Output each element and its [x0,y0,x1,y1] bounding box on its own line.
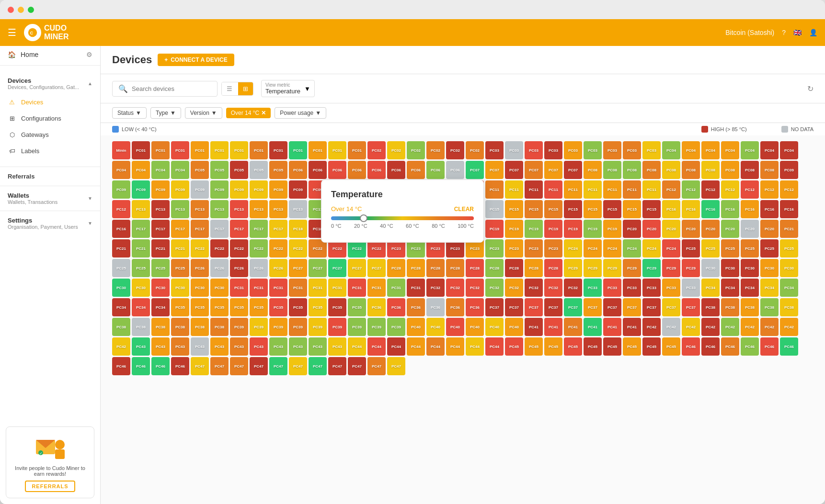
device-card[interactable]: PC47 [210,357,229,375]
device-card[interactable]: PC44 [426,337,445,356]
device-card[interactable]: PC46 [682,337,700,356]
device-card[interactable]: PC28 [485,259,504,277]
device-card[interactable]: PC21 [171,239,189,258]
device-card[interactable]: PC28 [505,259,523,277]
device-card[interactable]: PC44 [348,337,366,356]
device-card[interactable]: PC15 [564,200,582,218]
device-card[interactable]: PC16 [741,200,759,218]
device-card[interactable]: PC13 [151,200,170,218]
device-card[interactable]: PC18 [289,220,307,238]
device-card[interactable]: PC34 [112,298,130,316]
device-card[interactable]: PC43 [230,337,248,356]
sidebar-group-devices[interactable]: Devices Devices, Configurations, Gat... … [0,73,100,94]
device-card[interactable]: PC35 [328,298,346,316]
device-card[interactable]: PC35 [348,298,366,316]
device-card[interactable]: PC31 [407,279,425,297]
device-card[interactable]: PC30 [780,259,798,277]
device-card[interactable]: PC05 [230,161,248,179]
device-card[interactable]: PC40 [426,318,445,336]
device-card[interactable]: PC21 [780,220,798,238]
device-card[interactable]: PC28 [407,259,425,277]
device-card[interactable]: PC42 [741,318,759,336]
device-card[interactable]: PC04 [682,141,700,159]
device-card[interactable]: PC47 [348,357,366,375]
device-card[interactable]: PC45 [564,337,582,356]
device-card[interactable]: PC26 [230,259,248,277]
minimize-button[interactable] [18,7,24,13]
device-card[interactable]: PC29 [623,259,641,277]
device-card[interactable]: PC15 [544,200,562,218]
device-card[interactable]: PC39 [328,318,346,336]
sidebar-item-labels[interactable]: 🏷 Labels [0,143,100,159]
device-card[interactable]: PC32 [505,279,523,297]
device-card[interactable]: PC08 [584,161,602,179]
type-filter-button[interactable]: Type ▼ [150,107,181,119]
refresh-icon[interactable]: ↻ [807,84,814,93]
device-card[interactable]: PC28 [525,259,543,277]
device-card[interactable]: PC29 [682,259,700,277]
device-card[interactable]: PC20 [682,220,700,238]
device-card[interactable]: PC29 [642,259,661,277]
device-card[interactable]: PC06 [387,161,405,179]
device-card[interactable]: PC08 [603,161,621,179]
device-card[interactable]: PC28 [387,259,405,277]
device-card[interactable]: PC32 [446,279,464,297]
device-card[interactable]: PC36 [446,298,464,316]
device-card[interactable]: PC07 [485,161,504,179]
device-card[interactable]: PC37 [564,298,582,316]
device-card[interactable]: PC05 [191,161,209,179]
device-card[interactable]: PC24 [603,239,621,258]
device-card[interactable]: PC17 [132,220,150,238]
device-card[interactable]: PC01 [191,141,209,159]
device-card[interactable]: PC34 [780,279,798,297]
device-card[interactable]: PC42 [780,318,798,336]
device-card[interactable]: PC45 [642,337,661,356]
device-card[interactable]: PC01 [171,141,189,159]
sidebar-item-gateways[interactable]: ⬡ Gateways [0,126,100,143]
sidebar-item-home[interactable]: 🏠 Home ⚙ [0,46,100,63]
language-selector[interactable]: 🇬🇧 [793,29,802,36]
device-card[interactable]: PC32 [544,279,562,297]
device-card[interactable]: PC06 [407,161,425,179]
device-card[interactable]: PC01 [289,141,307,159]
device-card[interactable]: PC33 [682,279,700,297]
temp-slider-thumb[interactable] [360,214,367,222]
device-card[interactable]: PC35 [250,298,268,316]
device-card[interactable]: PC44 [485,337,504,356]
device-card[interactable]: PC33 [623,279,641,297]
device-card[interactable]: PC09 [250,180,268,199]
device-card[interactable]: PC12 [682,180,700,199]
device-card[interactable]: PC30 [741,259,759,277]
device-card[interactable]: PC20 [662,220,680,238]
device-card[interactable]: PC33 [584,279,602,297]
device-card[interactable]: PC38 [210,318,229,336]
device-card[interactable]: PC25 [151,259,170,277]
device-card[interactable]: PC46 [132,357,150,375]
device-card[interactable]: PC03 [603,141,621,159]
maximize-button[interactable] [28,7,34,13]
device-card[interactable]: PC13 [250,200,268,218]
device-card[interactable]: PC24 [584,239,602,258]
device-card[interactable]: PC06 [328,161,346,179]
device-card[interactable]: PC46 [741,337,759,356]
device-card[interactable]: PC03 [623,141,641,159]
device-card[interactable]: PC11 [623,180,641,199]
device-card[interactable]: PC02 [387,141,405,159]
device-card[interactable]: PC38 [151,318,170,336]
device-card[interactable]: PC24 [642,239,661,258]
device-card[interactable]: PC12 [741,180,759,199]
device-card[interactable]: PC40 [446,318,464,336]
device-card[interactable]: PC19 [564,220,582,238]
device-card[interactable]: PC31 [309,279,327,297]
device-card[interactable]: PC28 [446,259,464,277]
device-card[interactable]: PC44 [446,337,464,356]
device-card[interactable]: PC45 [544,337,562,356]
device-card[interactable]: PC39 [367,318,386,336]
device-card[interactable]: PC44 [387,337,405,356]
device-card[interactable]: PC47 [367,357,386,375]
device-card[interactable]: PC03 [642,141,661,159]
device-card[interactable]: PC29 [564,259,582,277]
device-card[interactable]: PC25 [721,239,739,258]
device-card[interactable]: PC11 [642,180,661,199]
device-card[interactable]: PC04 [760,141,779,159]
